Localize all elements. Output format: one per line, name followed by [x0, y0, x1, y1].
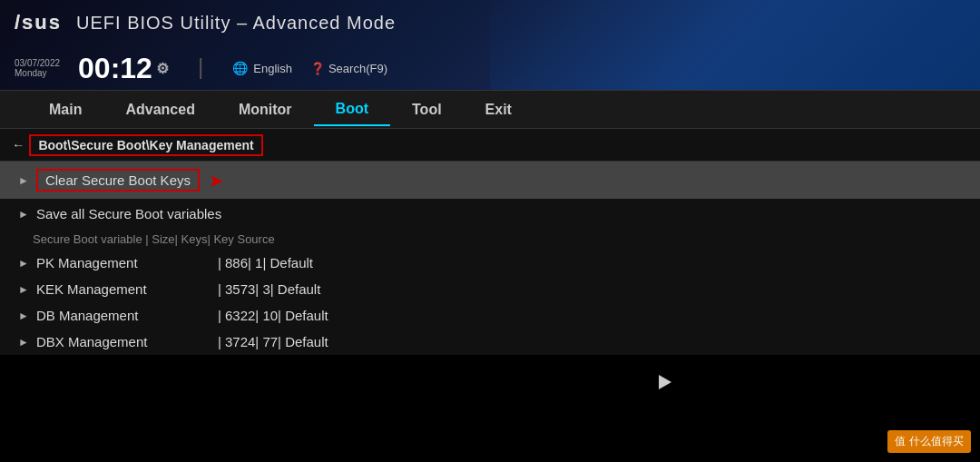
clear-secure-boot-label: Clear Secure Boot Keys	[36, 169, 200, 192]
language-selector[interactable]: 🌐 English	[232, 61, 292, 75]
arrow-icon-db: ►	[18, 310, 29, 322]
arrow-icon-dbx: ►	[18, 336, 29, 349]
breadcrumb: ← Boot\Secure Boot\Key Management	[0, 129, 980, 162]
globe-icon: 🌐	[232, 61, 248, 75]
nav-boot[interactable]: Boot	[314, 93, 390, 126]
table-header-text: Secure Boot variable | Size| Keys| Key S…	[33, 232, 275, 246]
clear-secure-boot-item[interactable]: ► Clear Secure Boot Keys ➤	[0, 162, 980, 199]
content-area: ► Clear Secure Boot Keys ➤ ► Save all Se…	[0, 162, 980, 355]
breadcrumb-path: Boot\Secure Boot\Key Management	[29, 134, 262, 156]
language-label: English	[253, 62, 292, 75]
db-management-data: | 6322| 10| Default	[218, 308, 328, 323]
header: /sus UEFI BIOS Utility – Advanced Mode 0…	[0, 0, 980, 91]
watermark-text: 什么值得买	[909, 434, 964, 449]
search-block[interactable]: ❓ Search(F9)	[310, 62, 387, 75]
table-row[interactable]: ► DBX Management | 3724| 77| Default	[0, 329, 980, 355]
nav-tool[interactable]: Tool	[390, 94, 464, 125]
arrow-icon-pk: ►	[18, 257, 29, 270]
separator: |	[194, 56, 207, 81]
watermark-icon: 值	[895, 434, 906, 449]
kek-management-data: | 3573| 3| Default	[218, 281, 320, 297]
dbx-management-data: | 3724| 77| Default	[218, 334, 328, 349]
clear-secure-boot-text: Clear Secure Boot Keys	[45, 172, 191, 188]
nav-advanced[interactable]: Advanced	[103, 94, 216, 125]
back-arrow-icon[interactable]: ←	[15, 138, 22, 152]
red-arrow-icon: ➤	[209, 170, 224, 192]
date-block: 03/07/2022 Monday	[15, 58, 60, 78]
table-row[interactable]: ► KEK Management | 3573| 3| Default	[0, 276, 980, 302]
time-display: 00:12 ⚙	[78, 52, 169, 85]
bios-title: UEFI BIOS Utility – Advanced Mode	[76, 13, 396, 34]
table-row[interactable]: ► DB Management | 6322| 10| Default	[0, 302, 980, 329]
kek-management-label: KEK Management	[36, 281, 218, 297]
date: 03/07/2022	[15, 58, 60, 68]
arrow-icon-2: ►	[18, 208, 29, 221]
dbx-management-label: DBX Management	[36, 334, 218, 349]
pk-management-label: PK Management	[36, 255, 218, 270]
time: 00:12	[78, 52, 152, 85]
nav-exit[interactable]: Exit	[464, 94, 534, 125]
table-header: Secure Boot variable | Size| Keys| Key S…	[0, 229, 980, 250]
watermark: 值 什么值得买	[887, 430, 971, 453]
arrow-icon: ►	[18, 174, 29, 187]
table-row[interactable]: ► PK Management | 886| 1| Default	[0, 250, 980, 276]
save-all-label: Save all Secure Boot variables	[36, 206, 221, 221]
gear-icon[interactable]: ⚙	[156, 60, 169, 77]
save-all-item[interactable]: ► Save all Secure Boot variables	[0, 199, 980, 229]
db-management-label: DB Management	[36, 308, 218, 323]
asus-logo: /sus	[15, 11, 62, 34]
search-label: Search(F9)	[328, 62, 387, 75]
mouse-cursor	[659, 375, 671, 389]
pk-management-data: | 886| 1| Default	[218, 255, 313, 270]
nav-menu: Main Advanced Monitor Boot Tool Exit	[0, 91, 980, 129]
nav-monitor[interactable]: Monitor	[217, 94, 314, 125]
nav-main[interactable]: Main	[27, 94, 103, 125]
arrow-icon-kek: ►	[18, 283, 29, 296]
day: Monday	[15, 68, 60, 78]
search-icon: ❓	[310, 62, 325, 75]
